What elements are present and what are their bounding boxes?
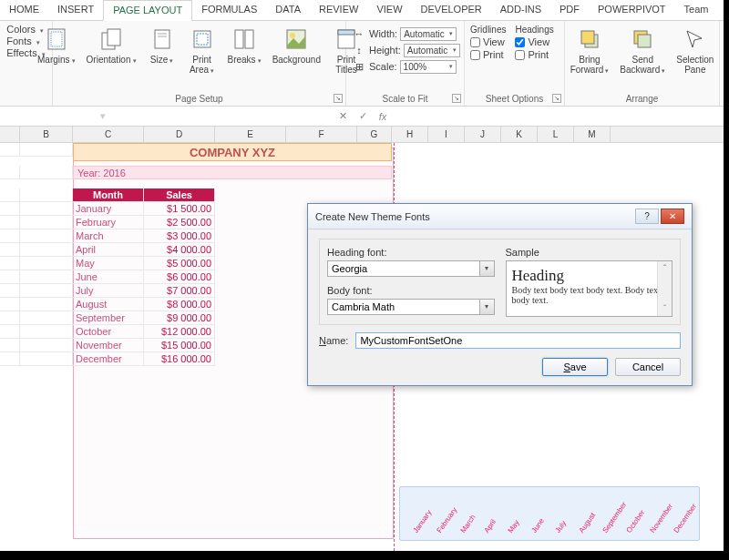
tab-formulas[interactable]: FORMULAS [192,0,266,20]
col-header-D[interactable]: D [144,127,215,142]
gridlines-print-check[interactable]: Print [470,49,506,60]
print-area-button[interactable]: Print Area [184,24,221,77]
excel-window: HOMEINSERTPAGE LAYOUTFORMULASDATAREVIEWV… [0,0,724,551]
ribbon: Colors Fonts Effects Margins Orientation… [0,21,724,107]
enter-icon[interactable]: ✓ [355,109,370,124]
chart-preview[interactable]: JanuaryFebruaryMarchAprilMayJuneJulyAugu… [399,486,700,541]
cancel-button[interactable]: Cancel [615,358,681,376]
cancel-icon[interactable]: ✕ [335,109,350,124]
cell-month[interactable]: January [73,202,144,216]
tab-page-layout[interactable]: PAGE LAYOUT [103,0,192,21]
cell-sales[interactable]: $2 500.00 [144,216,215,229]
cell-month[interactable]: June [73,270,144,284]
chart-category-label: March [459,514,477,535]
arrange-label: Arrange [565,94,719,104]
cell-sales[interactable]: $8 000.00 [144,298,215,311]
col-header-K[interactable]: K [501,127,538,142]
header-sales: Sales [144,188,215,202]
svg-point-12 [290,33,295,38]
col-header-corner[interactable] [0,127,20,142]
chart-category-label: May [507,518,521,535]
chart-category-label: April [483,518,498,535]
headings-view-check[interactable]: View [515,36,553,47]
gridlines-view-check[interactable]: View [470,36,506,47]
page-setup-launcher[interactable]: ↘ [334,94,343,103]
tab-powerpivot[interactable]: POWERPIVOT [589,0,675,20]
cell-sales[interactable]: $12 000.00 [144,325,215,339]
page-setup-label: Page Setup [53,94,345,104]
svg-rect-9 [235,30,243,48]
heading-font-select[interactable]: Georgia▾ [327,260,495,277]
margins-button[interactable]: Margins [34,24,79,67]
tab-pdf[interactable]: PDF [550,0,589,20]
col-header-L[interactable]: L [538,127,574,142]
year-label: Year: 2016 [73,166,392,179]
breaks-button[interactable]: Breaks [224,24,265,67]
size-button[interactable]: Size [144,24,180,67]
tab-view[interactable]: VIEW [367,0,411,20]
create-theme-fonts-dialog: Create New Theme Fonts ? ✕ Heading font:… [307,203,693,386]
scale-to-fit-label: Scale to Fit [346,94,464,104]
tab-data[interactable]: DATA [266,0,310,20]
cell-month[interactable]: April [73,243,144,257]
dialog-help-button[interactable]: ? [635,209,659,224]
tab-review[interactable]: REVIEW [310,0,367,20]
cell-sales[interactable]: $6 000.00 [144,270,215,284]
cell-month[interactable]: November [73,339,144,352]
chart-category-label: December [673,503,699,535]
selection-pane-button[interactable]: Selection Pane [673,24,717,76]
cell-sales[interactable]: $5 000.00 [144,257,215,270]
sample-scrollbar[interactable]: ˆˇ [657,261,672,316]
fx-icon[interactable]: fx [375,109,390,124]
col-header-E[interactable]: E [215,127,286,142]
sheet-options-label: Sheet Options [465,94,564,104]
background-button[interactable]: Background [269,24,324,66]
headings-print-check[interactable]: Print [515,49,553,60]
dialog-title: Create New Theme Fonts [315,211,430,222]
cell-sales[interactable]: $16 000.00 [144,352,215,366]
cell-month[interactable]: March [73,229,144,243]
save-button[interactable]: Save [542,358,608,376]
col-header-F[interactable]: F [286,127,357,142]
cell-sales[interactable]: $7 000.00 [144,284,215,298]
bring-forward-button[interactable]: Bring Forward [567,24,613,77]
col-header-J[interactable]: J [465,127,501,142]
col-header-I[interactable]: I [428,127,465,142]
cell-sales[interactable]: $9 000.00 [144,311,215,325]
cell-sales[interactable]: $15 000.00 [144,339,215,352]
sheet-options-launcher[interactable]: ↘ [552,94,561,103]
height-icon: ↕ [352,43,366,57]
tab-team[interactable]: Team [675,0,718,20]
cell-sales[interactable]: $3 000.00 [144,229,215,243]
orientation-button[interactable]: Orientation [83,24,140,67]
send-backward-button[interactable]: Send Backward [616,24,669,77]
width-select[interactable]: Automatic [400,27,457,41]
col-header-C[interactable]: C [73,127,144,142]
cell-month[interactable]: December [73,352,144,366]
width-icon: ↔ [352,26,366,41]
scale-launcher[interactable]: ↘ [452,94,461,103]
tab-add-ins[interactable]: ADD-INS [491,0,550,20]
page-setup-group: Margins Orientation Size Print Area Brea… [53,21,346,106]
body-font-select[interactable]: Cambria Math▾ [327,299,495,315]
dialog-titlebar[interactable]: Create New Theme Fonts ? ✕ [308,204,692,229]
tab-home[interactable]: HOME [0,0,48,20]
cell-month[interactable]: May [73,257,144,270]
tab-insert[interactable]: INSERT [48,0,103,20]
cell-sales[interactable]: $1 500.00 [144,202,215,216]
col-header-H[interactable]: H [392,127,428,142]
col-header-M[interactable]: M [574,127,611,142]
tab-developer[interactable]: DEVELOPER [412,0,491,20]
dialog-close-button[interactable]: ✕ [661,209,684,224]
cell-month[interactable]: October [73,325,144,339]
cell-month[interactable]: August [73,298,144,311]
col-header-G[interactable]: G [357,127,392,142]
name-input[interactable] [355,332,681,349]
cell-sales[interactable]: $4 000.00 [144,243,215,257]
height-select[interactable]: Automatic [404,44,460,57]
cell-month[interactable]: July [73,284,144,298]
scale-select[interactable]: 100% [400,60,457,74]
cell-month[interactable]: February [73,216,144,229]
col-header-B[interactable]: B [20,127,73,142]
cell-month[interactable]: September [73,311,144,325]
